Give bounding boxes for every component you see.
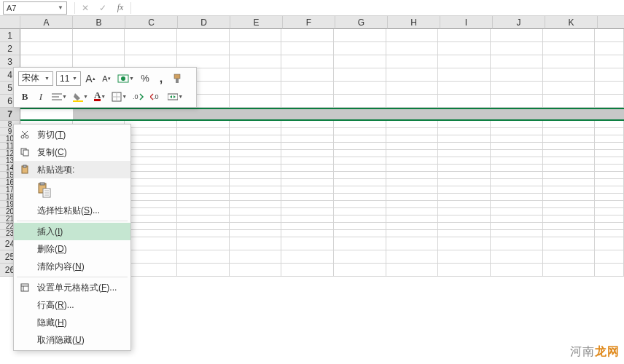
cell[interactable]: [230, 135, 282, 143]
grow-font-button[interactable]: A▴: [84, 71, 97, 86]
menu-hide[interactable]: 隐藏(H): [14, 314, 130, 331]
cell[interactable]: [230, 68, 282, 82]
cell[interactable]: [125, 223, 177, 230]
cell[interactable]: [438, 121, 491, 128]
selected-row[interactable]: [20, 108, 624, 121]
cell[interactable]: [177, 250, 230, 264]
cell[interactable]: [491, 186, 543, 194]
cell[interactable]: [177, 172, 230, 179]
cell[interactable]: [595, 179, 624, 186]
cell[interactable]: [125, 194, 177, 201]
cell[interactable]: [334, 186, 386, 194]
cell[interactable]: [386, 194, 439, 201]
cell[interactable]: [595, 194, 624, 201]
cell[interactable]: [125, 157, 177, 165]
cell[interactable]: [543, 82, 596, 95]
cell[interactable]: [125, 165, 177, 172]
cell[interactable]: [125, 230, 177, 237]
cell[interactable]: [386, 135, 439, 143]
cell[interactable]: [334, 194, 386, 201]
cell[interactable]: [595, 128, 624, 135]
cell[interactable]: [438, 42, 491, 55]
cell[interactable]: [595, 42, 624, 55]
cell[interactable]: [491, 179, 543, 186]
cell[interactable]: [543, 68, 596, 82]
cell[interactable]: [230, 42, 282, 55]
cell[interactable]: [125, 172, 177, 179]
cell[interactable]: [177, 186, 230, 194]
cell[interactable]: [334, 82, 386, 95]
column-header[interactable]: F: [283, 16, 335, 29]
cell[interactable]: [334, 230, 386, 237]
font-name-select[interactable]: 宋体 ▼: [18, 71, 53, 86]
cell[interactable]: [177, 143, 230, 150]
cell[interactable]: [125, 264, 177, 277]
bold-button[interactable]: B: [18, 90, 31, 104]
menu-cut[interactable]: 剪切(T): [14, 126, 130, 143]
cell[interactable]: [543, 179, 596, 186]
cell[interactable]: [177, 179, 230, 186]
cell[interactable]: [177, 150, 230, 157]
menu-format-cells[interactable]: 设置单元格格式(F)...: [14, 279, 130, 296]
cell[interactable]: [595, 208, 624, 215]
cell[interactable]: [438, 201, 491, 208]
cell[interactable]: [230, 143, 282, 150]
borders-button[interactable]: ▼: [110, 90, 128, 104]
cell[interactable]: [386, 223, 439, 230]
cell[interactable]: [177, 201, 230, 208]
cell[interactable]: [334, 68, 386, 82]
cell[interactable]: [125, 121, 177, 128]
cell[interactable]: [543, 55, 596, 68]
cell[interactable]: [543, 143, 596, 150]
confirm-button[interactable]: ✓: [94, 1, 112, 15]
cell[interactable]: [177, 194, 230, 201]
cell[interactable]: [334, 150, 386, 157]
cell[interactable]: [281, 186, 334, 194]
column-header[interactable]: A: [20, 16, 73, 29]
cell[interactable]: [438, 237, 491, 250]
italic-button[interactable]: I: [34, 90, 47, 104]
cell[interactable]: [438, 29, 491, 42]
cell[interactable]: [230, 121, 282, 128]
cell[interactable]: [543, 208, 596, 215]
cell[interactable]: [595, 237, 624, 250]
cell[interactable]: [281, 201, 334, 208]
cell[interactable]: [438, 186, 491, 194]
cell[interactable]: [386, 157, 439, 165]
menu-clear[interactable]: 清除内容(N): [14, 258, 130, 275]
cell[interactable]: [386, 215, 439, 223]
cell[interactable]: [334, 215, 386, 223]
cell[interactable]: [334, 208, 386, 215]
cell[interactable]: [491, 157, 543, 165]
cell[interactable]: [595, 82, 624, 95]
cell[interactable]: [438, 172, 491, 179]
cell[interactable]: [543, 150, 596, 157]
cell[interactable]: [230, 250, 282, 264]
comma-button[interactable]: ,: [155, 71, 168, 86]
cell[interactable]: [230, 55, 282, 68]
cell[interactable]: [491, 201, 543, 208]
cell[interactable]: [73, 42, 125, 55]
cell[interactable]: [334, 223, 386, 230]
cell[interactable]: [491, 165, 543, 172]
cell[interactable]: [386, 128, 439, 135]
select-all-corner[interactable]: [0, 16, 20, 29]
dropdown-icon[interactable]: ▼: [58, 4, 63, 11]
fx-button[interactable]: fx: [112, 1, 129, 15]
active-cell[interactable]: [20, 109, 73, 119]
cell[interactable]: [281, 223, 334, 230]
cell[interactable]: [543, 194, 596, 201]
cell[interactable]: [125, 128, 177, 135]
cell[interactable]: [177, 29, 230, 42]
cell[interactable]: [595, 157, 624, 165]
cell[interactable]: [177, 230, 230, 237]
cell[interactable]: [177, 237, 230, 250]
cell[interactable]: [386, 230, 439, 237]
cell[interactable]: [281, 29, 334, 42]
cell[interactable]: [386, 150, 439, 157]
cell[interactable]: [334, 165, 386, 172]
cell[interactable]: [125, 29, 177, 42]
cell[interactable]: [125, 208, 177, 215]
cell[interactable]: [491, 208, 543, 215]
cell[interactable]: [177, 157, 230, 165]
